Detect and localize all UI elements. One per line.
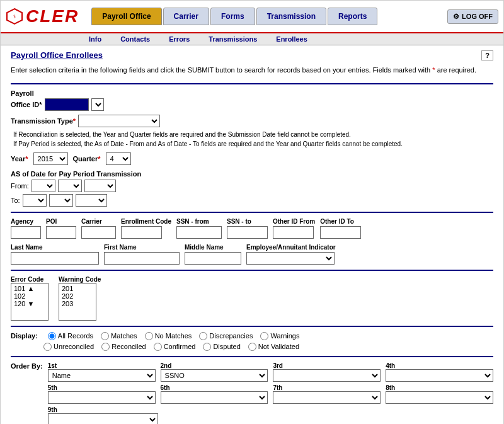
radio-matches[interactable]: Matches bbox=[101, 332, 137, 340]
quarter-label: Quarter* bbox=[73, 155, 101, 163]
agency-label: Agency bbox=[11, 218, 41, 225]
radio-confirmed[interactable]: Confirmed bbox=[154, 343, 196, 351]
first-name-input[interactable] bbox=[104, 252, 180, 265]
orderby-4th-select[interactable]: Name SSNO bbox=[386, 369, 493, 382]
sub-nav-enrollees[interactable]: Enrollees bbox=[276, 35, 307, 43]
from-month-select[interactable] bbox=[32, 180, 55, 192]
to-year-select[interactable] bbox=[76, 194, 107, 207]
quarter-select[interactable]: 1 2 3 4 bbox=[106, 152, 131, 165]
svg-text:⚕: ⚕ bbox=[13, 14, 16, 20]
transmission-type-label: Transmission Type* bbox=[11, 117, 76, 125]
main-nav: Payroll Office Carrier Forms Transmissio… bbox=[91, 8, 447, 25]
other-id-from-input[interactable] bbox=[273, 226, 314, 239]
carrier-input[interactable] bbox=[81, 226, 116, 239]
logoff-button[interactable]: ⚙ LOG OFF bbox=[447, 9, 498, 24]
section-divider-display bbox=[11, 326, 493, 327]
orderby-1st-select[interactable]: Name SSNO bbox=[48, 369, 156, 382]
orderby-3rd-select[interactable]: Name SSNO bbox=[273, 369, 381, 382]
ssn-to-label: SSN - to bbox=[227, 218, 268, 225]
radio-reconciled-label: Reconciled bbox=[112, 343, 146, 350]
carrier-label: Carrier bbox=[81, 218, 116, 225]
warning-code-item: 201 bbox=[60, 285, 94, 292]
last-name-input[interactable] bbox=[11, 252, 99, 265]
sub-nav-info[interactable]: Info bbox=[89, 35, 101, 43]
radio-disputed-label: Disputed bbox=[213, 343, 240, 350]
poi-input[interactable] bbox=[46, 226, 76, 239]
to-month-select[interactable] bbox=[23, 194, 47, 207]
orderby-3rd: 3rd Name SSNO bbox=[273, 362, 381, 382]
transmission-note2: If Pay Period is selected, the As of Dat… bbox=[13, 139, 493, 149]
office-id-dropdown[interactable] bbox=[91, 98, 104, 111]
poi-label: POI bbox=[46, 218, 76, 225]
name-fields-section: Last Name First Name Middle Name Employe… bbox=[11, 244, 493, 265]
instruction-text: Enter selection criteria in the followin… bbox=[11, 65, 493, 76]
error-code-list[interactable]: 101 ▲ 102 120 ▼ bbox=[11, 283, 49, 321]
other-id-from-label: Other ID From bbox=[273, 218, 315, 225]
from-year-select[interactable] bbox=[84, 180, 116, 192]
orderby-7th-select[interactable] bbox=[273, 391, 381, 404]
orderby-2nd-select[interactable]: Name SSNO bbox=[161, 369, 268, 382]
asofdate-section: AS of Date for Pay Period Transmission F… bbox=[11, 170, 493, 207]
radio-warnings-label: Warnings bbox=[270, 332, 299, 340]
agency-input[interactable] bbox=[11, 226, 41, 239]
to-day-select[interactable] bbox=[49, 194, 73, 207]
orderby-9th: 9th bbox=[48, 406, 158, 425]
radio-discrepancies[interactable]: Discrepancies bbox=[199, 332, 253, 340]
help-button[interactable]: ? bbox=[481, 50, 493, 60]
orderby-5th-select[interactable] bbox=[48, 391, 156, 404]
radio-all-records[interactable]: All Records bbox=[48, 332, 93, 340]
transmission-type-select[interactable] bbox=[78, 115, 160, 127]
orderby-6th: 6th bbox=[161, 384, 268, 404]
cler-logo-icon: ⚕ bbox=[6, 8, 23, 25]
from-day-select[interactable] bbox=[58, 180, 82, 192]
radio-warnings[interactable]: Warnings bbox=[260, 332, 299, 340]
tab-reports[interactable]: Reports bbox=[328, 8, 377, 25]
from-label: From: bbox=[11, 182, 29, 190]
gear-icon: ⚙ bbox=[453, 13, 459, 21]
error-code-item: 101 ▲ bbox=[13, 285, 47, 292]
radio-unreconciled[interactable]: Unreconciled bbox=[43, 343, 94, 351]
orderby-7th-label: 7th bbox=[273, 384, 381, 391]
last-name-label: Last Name bbox=[11, 244, 99, 251]
tab-transmission[interactable]: Transmission bbox=[256, 8, 326, 25]
radio-confirmed-label: Confirmed bbox=[164, 343, 196, 350]
orderby-6th-select[interactable] bbox=[161, 391, 268, 404]
middle-name-input[interactable] bbox=[185, 252, 241, 265]
transmission-type-section: Transmission Type* If Reconciliation is … bbox=[11, 115, 493, 149]
enrollment-code-input[interactable] bbox=[121, 226, 162, 239]
emp-annuitant-select[interactable] bbox=[246, 252, 335, 265]
orderby-8th: 8th bbox=[386, 384, 493, 404]
radio-no-matches[interactable]: No Matches bbox=[145, 332, 192, 340]
orderby-5th-label: 5th bbox=[48, 384, 156, 391]
error-warning-section: Error Code 101 ▲ 102 120 ▼ Warning Code … bbox=[11, 276, 493, 321]
to-label: To: bbox=[11, 197, 20, 204]
tab-payroll-office[interactable]: Payroll Office bbox=[91, 8, 161, 25]
tab-carrier[interactable]: Carrier bbox=[163, 8, 209, 25]
orderby-9th-select[interactable] bbox=[48, 413, 158, 425]
other-id-to-input[interactable] bbox=[320, 226, 361, 239]
office-id-input[interactable] bbox=[45, 98, 89, 111]
sub-nav-transmissions[interactable]: Transmissions bbox=[209, 35, 257, 43]
radio-not-validated[interactable]: Not Validated bbox=[248, 343, 299, 351]
radio-reconciled[interactable]: Reconciled bbox=[101, 343, 146, 351]
radio-disputed[interactable]: Disputed bbox=[203, 343, 240, 351]
orderby-8th-select[interactable] bbox=[386, 391, 493, 404]
sub-navigation: Info Contacts Errors Transmissions Enrol… bbox=[1, 33, 503, 45]
radio-discrepancies-label: Discrepancies bbox=[209, 332, 253, 340]
ssn-from-input[interactable] bbox=[176, 226, 222, 239]
tab-forms[interactable]: Forms bbox=[210, 8, 255, 25]
ssn-to-input[interactable] bbox=[227, 226, 268, 239]
other-id-to-label: Other ID To bbox=[320, 218, 361, 225]
sub-nav-errors[interactable]: Errors bbox=[169, 35, 190, 43]
year-select[interactable]: 2015 2014 2016 bbox=[33, 152, 68, 165]
orderby-6th-label: 6th bbox=[161, 384, 268, 391]
orderby-4th: 4th Name SSNO bbox=[386, 362, 493, 382]
warning-code-item: 202 bbox=[60, 292, 94, 300]
warning-code-list[interactable]: 201 202 203 bbox=[59, 283, 96, 321]
orderby-1st-label: 1st bbox=[48, 362, 156, 369]
logoff-label: LOG OFF bbox=[462, 13, 493, 20]
emp-annuitant-label: Employee/Annuitant Indicator bbox=[246, 244, 336, 251]
year-label: Year* bbox=[11, 155, 28, 163]
display-label: Display: bbox=[11, 332, 38, 340]
sub-nav-contacts[interactable]: Contacts bbox=[120, 35, 150, 43]
